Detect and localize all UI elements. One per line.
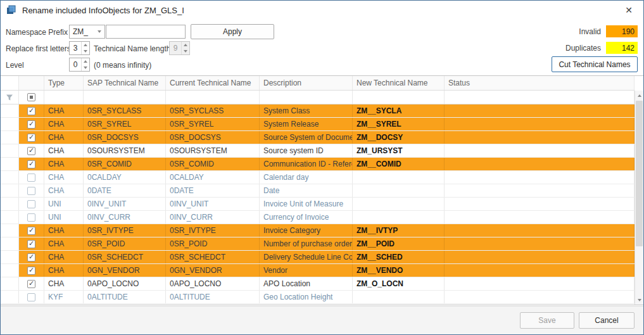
row-checkbox[interactable] (27, 293, 35, 301)
scroll-up-icon[interactable] (635, 91, 643, 100)
row-description: Invoice Unit of Measure (260, 198, 353, 210)
table-row[interactable]: CHA0SR_IVTYPE0SR_IVTYPEInvoice CategoryZ… (1, 224, 635, 237)
row-new-name: ZM__VENDO (353, 264, 445, 277)
filter-cell-description[interactable] (260, 91, 353, 104)
row-description: Delivery Schedule Line Cou... (260, 251, 353, 263)
table-row[interactable]: CHA0SR_POID0SR_POIDNumber of purchase or… (1, 237, 635, 251)
row-checkbox-cell (19, 118, 44, 130)
spin-down-icon[interactable] (82, 48, 89, 54)
cut-technical-names-button[interactable]: Cut Technical Names (552, 56, 638, 72)
table-row[interactable]: KYF0ALTITUDE0ALTITUDEGeo Location Height (1, 291, 635, 304)
filter-funnel-icon (6, 94, 13, 101)
apply-button[interactable]: Apply (191, 24, 274, 39)
table-row[interactable]: UNI0INV_CURR0INV_CURRCurrency of Invoice (1, 211, 635, 224)
level-value: 0 (70, 58, 81, 71)
table-row[interactable]: CHA0SOURSYSTEM0SOURSYSTEMSource system I… (1, 144, 635, 158)
column-header-current-technical-name[interactable]: Current Technical Name (166, 76, 260, 90)
row-type: CHA (44, 237, 84, 250)
level-spinner[interactable]: 0 (69, 58, 90, 72)
vertical-scrollbar[interactable] (635, 91, 643, 305)
row-sap-name: 0SR_SYCLASS (84, 104, 166, 117)
row-checkbox[interactable] (27, 227, 35, 235)
close-icon[interactable]: ✕ (622, 4, 636, 16)
save-button[interactable]: Save (520, 312, 574, 329)
dialog-title: Rename included InfoObjects for ZM_GLS_I (22, 6, 184, 15)
row-checkbox-cell (19, 104, 44, 117)
row-sap-name: 0GN_VENDOR (84, 264, 166, 277)
select-all-cell[interactable] (19, 91, 44, 104)
filter-cell-type[interactable] (44, 91, 84, 104)
scroll-down-icon[interactable] (635, 295, 643, 305)
row-checkbox[interactable] (27, 134, 35, 142)
technical-name-length-value: 9 (170, 42, 181, 54)
row-new-name (353, 211, 445, 224)
chevron-down-icon[interactable] (94, 30, 104, 33)
table-row[interactable]: UNI0INV_UNIT0INV_UNITInvoice Unit of Mea… (1, 198, 635, 211)
row-new-name (353, 291, 445, 303)
spin-down-icon (182, 48, 189, 54)
table-row[interactable]: CHA0SR_SYREL0SR_SYRELSystem ReleaseZM__S… (1, 118, 635, 131)
row-current-name: 0GN_VENDOR (166, 264, 260, 277)
row-checkbox[interactable] (27, 253, 35, 262)
column-header-new-technical-name[interactable]: New Technical Name (353, 76, 445, 90)
table-row[interactable]: CHA0SR_DOCSYS0SR_DOCSYSSource System of … (1, 131, 635, 144)
table-row[interactable]: CHA0DATE0DATEDate (1, 184, 635, 198)
row-checkbox[interactable] (27, 213, 35, 222)
row-status (445, 224, 635, 237)
namespace-input[interactable] (106, 25, 186, 39)
replace-first-letters-spinner[interactable]: 3 (69, 41, 90, 55)
header-checkbox-cell (19, 76, 44, 90)
table-row[interactable]: CHA0SR_SYCLASS0SR_SYCLASSSystem ClassZM_… (1, 104, 635, 118)
row-new-name: ZM__IVTYP (353, 224, 445, 237)
column-header-type[interactable]: Type (44, 76, 84, 90)
row-sap-name: 0SR_DOCSYS (84, 131, 166, 144)
row-status (445, 237, 635, 250)
row-description: Date (260, 184, 353, 197)
row-checkbox[interactable] (27, 120, 35, 129)
row-description: Number of purchase order (260, 237, 353, 250)
row-sap-name: 0SOURSYSTEM (84, 144, 166, 157)
table-row[interactable]: CHA0SR_SCHEDCT0SR_SCHEDCTDelivery Schedu… (1, 251, 635, 264)
filter-cell-current-technical-name[interactable] (166, 91, 260, 104)
spin-up-icon[interactable] (82, 42, 89, 48)
row-checkbox[interactable] (27, 187, 35, 195)
row-checkbox[interactable] (27, 160, 35, 168)
filter-cell-new-technical-name[interactable] (353, 91, 445, 104)
row-current-name: 0SOURSYSTEM (166, 144, 260, 157)
filter-icon-cell[interactable] (1, 91, 19, 104)
row-checkbox[interactable] (27, 174, 35, 182)
table-row[interactable]: CHA0GN_VENDOR0GN_VENDORVendorZM__VENDO (1, 264, 635, 277)
column-header-sap-technical-name[interactable]: SAP Technical Name (84, 76, 166, 90)
row-checkbox-cell (19, 277, 44, 290)
row-checkbox[interactable] (27, 147, 35, 155)
row-checkbox[interactable] (27, 200, 35, 208)
table-row[interactable]: CHA0APO_LOCNO0APO_LOCNOAPO LocationZM_O_… (1, 277, 635, 291)
row-type: CHA (44, 184, 84, 197)
select-all-checkbox[interactable] (27, 93, 35, 101)
scroll-thumb[interactable] (636, 101, 643, 246)
filter-cell-status[interactable] (445, 91, 635, 104)
table-row[interactable]: CHA0CALDAY0CALDAYCalendar day (1, 171, 635, 184)
cancel-button[interactable]: Cancel (579, 312, 635, 329)
spin-up-icon[interactable] (82, 58, 89, 65)
row-description: Invoice Category (260, 224, 353, 237)
row-current-name: 0SR_DOCSYS (166, 131, 260, 144)
row-checkbox[interactable] (27, 240, 35, 248)
row-status (445, 291, 635, 303)
row-current-name: 0CALDAY (166, 171, 260, 184)
table-row[interactable]: CHA0SR_COMID0SR_COMIDCommunication ID - … (1, 158, 635, 171)
row-description: Calendar day (260, 171, 353, 184)
row-description: Communication ID - Refere... (260, 158, 353, 170)
column-header-description[interactable]: Description (260, 76, 353, 90)
namespace-prefix-combo[interactable]: ZM_ (69, 25, 105, 39)
row-checkbox[interactable] (27, 107, 35, 115)
row-checkbox[interactable] (27, 280, 35, 288)
column-header-status[interactable]: Status (445, 76, 635, 90)
row-sap-name: 0ALTITUDE (84, 291, 166, 303)
row-checkbox[interactable] (27, 267, 35, 275)
spin-down-icon[interactable] (82, 65, 89, 71)
row-status (445, 251, 635, 263)
row-description: System Class (260, 104, 353, 117)
row-type: KYF (44, 291, 84, 303)
filter-cell-sap-technical-name[interactable] (84, 91, 166, 104)
